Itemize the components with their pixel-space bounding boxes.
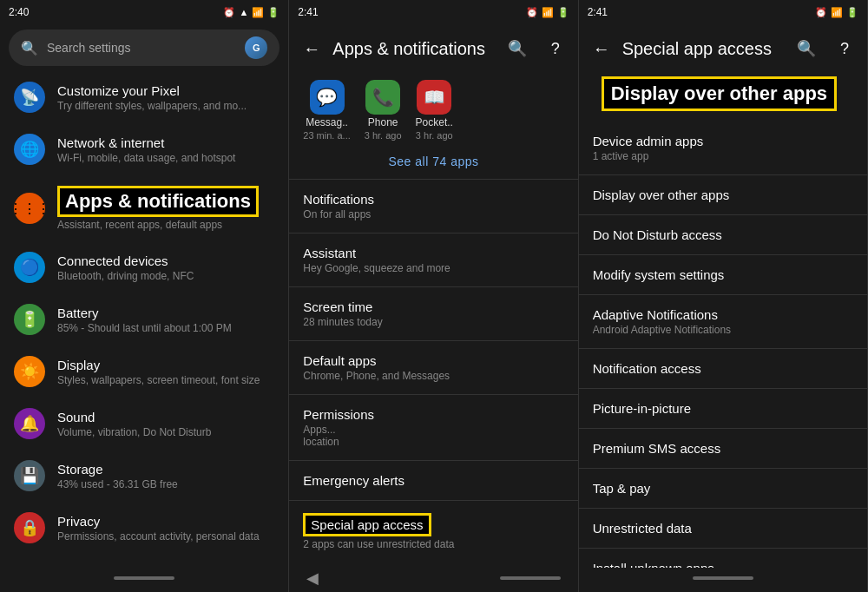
saa-modify-system[interactable]: Modify system settings [579, 255, 867, 294]
notifications-subtitle: On for all apps [303, 208, 563, 220]
storage-subtitle: 43% used - 36.31 GB free [57, 478, 274, 490]
battery-icon-p2: 🔋 [557, 7, 569, 18]
back-arrow-nav[interactable]: ◀ [306, 569, 319, 588]
nav-assistant[interactable]: Assistant Hey Google, squeeze and more [289, 234, 577, 286]
wifi-icon: ▲ [239, 7, 248, 17]
search-button-panel3[interactable]: 🔍 [791, 33, 822, 64]
battery-icon: 🔋 [267, 7, 279, 18]
status-bar-panel1: 2:40 ⏰ ▲ 📶 🔋 [0, 0, 288, 24]
back-button-panel3[interactable]: ← [586, 33, 617, 64]
messages-name: Messag.. [306, 116, 348, 128]
nav-permissions[interactable]: Permissions Apps...location [289, 395, 577, 460]
connected-icon: 🔵 [14, 252, 45, 283]
apps-nav-list: Notifications On for all apps Assistant … [289, 180, 577, 568]
header-icons-panel3: 🔍 ? [791, 33, 860, 64]
recent-app-pocket[interactable]: 📖 Pocket.. 3 hr. ago [416, 80, 453, 141]
signal-icon-p2: 📶 [542, 7, 554, 18]
status-icons-panel3: ⏰ 📶 🔋 [815, 7, 858, 18]
time-panel1: 2:40 [9, 6, 29, 18]
search-button-panel2[interactable]: 🔍 [502, 33, 533, 64]
nav-notifications[interactable]: Notifications On for all apps [289, 180, 577, 233]
signal-icon: 📶 [252, 7, 264, 18]
nav-default-apps[interactable]: Default apps Chrome, Phone, and Messages [289, 341, 577, 394]
saa-device-admin[interactable]: Device admin apps 1 active app [579, 122, 867, 174]
display-subtitle: Styles, wallpapers, screen timeout, font… [57, 374, 274, 386]
display-over-title: Display over other apps [611, 82, 827, 104]
nav-emergency[interactable]: Emergency alerts [289, 461, 577, 500]
assistant-subtitle: Hey Google, squeeze and more [303, 262, 563, 274]
settings-item-apps[interactable]: ⋮⋮⋮ Apps & notifications Assistant, rece… [0, 175, 288, 241]
device-admin-subtitle: 1 active app [593, 150, 853, 162]
panel2-title: Apps & notifications [332, 39, 496, 59]
nav-pill-panel3 [693, 576, 753, 580]
saa-tap-pay[interactable]: Tap & pay [579, 469, 867, 508]
saa-install-unknown[interactable]: Install unknown apps [579, 549, 867, 568]
saa-unrestricted[interactable]: Unrestricted data [579, 509, 867, 548]
back-button-panel2[interactable]: ← [296, 33, 327, 64]
messages-time: 23 min. a... [303, 130, 350, 141]
special-app-title: Special app access [311, 517, 423, 532]
modify-system-title: Modify system settings [593, 267, 853, 282]
settings-item-battery[interactable]: 🔋 Battery 85% - Should last until about … [0, 293, 288, 345]
help-button-panel3[interactable]: ? [829, 33, 860, 64]
saa-adaptive-notif[interactable]: Adaptive Notifications Android Adaptive … [579, 295, 867, 348]
pip-title: Picture-in-picture [593, 401, 853, 416]
panel-settings: 2:40 ⏰ ▲ 📶 🔋 🔍 Search settings G 📡 Custo… [0, 0, 289, 592]
saa-notif-access[interactable]: Notification access [579, 349, 867, 388]
saa-dnd[interactable]: Do Not Disturb access [579, 215, 867, 254]
settings-item-storage[interactable]: 💾 Storage 43% used - 36.31 GB free [0, 450, 288, 502]
nav-arrows-panel2: ◀ [289, 565, 577, 591]
adaptive-notif-title: Adaptive Notifications [593, 307, 853, 322]
settings-item-customize[interactable]: 📡 Customize your Pixel Try different sty… [0, 71, 288, 123]
network-subtitle: Wi-Fi, mobile, data usage, and hotspot [57, 152, 274, 164]
search-bar[interactable]: 🔍 Search settings G [9, 30, 279, 66]
nav-bar-panel2: ◀ [289, 568, 577, 592]
status-bar-panel3: 2:41 ⏰ 📶 🔋 [579, 0, 867, 24]
nav-pill-panel2 [500, 576, 561, 580]
battery-title: Battery [57, 306, 274, 320]
adaptive-notif-subtitle: Android Adaptive Notifications [593, 324, 853, 336]
display-title: Display [57, 358, 274, 372]
settings-item-network[interactable]: 🌐 Network & internet Wi-Fi, mobile, data… [0, 123, 288, 175]
settings-item-privacy[interactable]: 🔒 Privacy Permissions, account activity,… [0, 502, 288, 554]
install-unknown-title: Install unknown apps [593, 561, 853, 568]
unrestricted-title: Unrestricted data [593, 521, 853, 536]
screen-time-title: Screen time [303, 299, 563, 314]
notif-access-title: Notification access [593, 361, 853, 376]
avatar[interactable]: G [245, 36, 267, 59]
recent-app-messages[interactable]: 💬 Messag.. 23 min. a... [303, 80, 350, 141]
device-admin-title: Device admin apps [593, 134, 853, 148]
saa-display-over[interactable]: Display over other apps [579, 175, 867, 214]
connected-subtitle: Bluetooth, driving mode, NFC [57, 270, 274, 282]
nav-pill-panel1 [114, 576, 174, 580]
nav-screen-time[interactable]: Screen time 28 minutes today [289, 287, 577, 340]
customize-subtitle: Try different styles, wallpapers, and mo… [57, 100, 274, 112]
sound-title: Sound [57, 410, 274, 424]
dnd-title: Do Not Disturb access [593, 227, 853, 242]
screen-time-subtitle: 28 minutes today [303, 316, 563, 328]
default-apps-subtitle: Chrome, Phone, and Messages [303, 370, 563, 382]
display-over-highlight-container: Display over other apps [579, 73, 867, 122]
help-button-panel2[interactable]: ? [540, 33, 571, 64]
messages-icon: 💬 [310, 80, 345, 115]
see-all-button[interactable]: See all 74 apps [289, 144, 577, 179]
panel-special-app-access: 2:41 ⏰ 📶 🔋 ← Special app access 🔍 ? Disp… [579, 0, 868, 592]
battery-icon-p3: 🔋 [846, 7, 858, 18]
recent-app-phone[interactable]: 📞 Phone 3 hr. ago [365, 80, 402, 141]
saa-pip[interactable]: Picture-in-picture [579, 389, 867, 428]
settings-item-connected[interactable]: 🔵 Connected devices Bluetooth, driving m… [0, 241, 288, 293]
panel-apps-notifications: 2:41 ⏰ 📶 🔋 ← Apps & notifications 🔍 ? 💬 … [289, 0, 578, 592]
emergency-title: Emergency alerts [303, 473, 563, 488]
settings-item-sound[interactable]: 🔔 Sound Volume, vibration, Do Not Distur… [0, 398, 288, 450]
alarm-icon-p3: ⏰ [815, 7, 827, 18]
search-icon: 🔍 [21, 40, 38, 56]
nav-special-app-access[interactable]: Special app access 2 apps can use unrest… [289, 501, 577, 562]
assistant-title: Assistant [303, 246, 563, 260]
saa-premium-sms[interactable]: Premium SMS access [579, 429, 867, 468]
sound-icon: 🔔 [14, 408, 45, 439]
connected-title: Connected devices [57, 253, 274, 268]
apps-notifications-highlight: Apps & notifications [57, 186, 259, 217]
settings-item-display[interactable]: ☀️ Display Styles, wallpapers, screen ti… [0, 345, 288, 398]
search-placeholder: Search settings [47, 41, 236, 55]
status-icons-panel2: ⏰ 📶 🔋 [526, 7, 569, 18]
